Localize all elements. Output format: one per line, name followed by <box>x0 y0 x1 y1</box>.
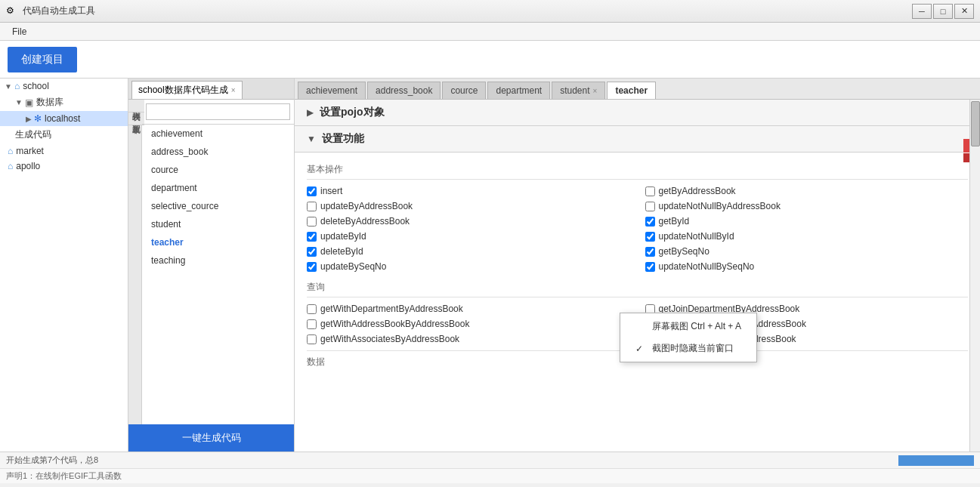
cb-getBySeqNo: getBySeqNo <box>645 246 969 257</box>
table-item-achievement[interactable]: achievement <box>142 125 294 143</box>
pojo-title: 设置pojo对象 <box>320 106 385 119</box>
maximize-button[interactable]: □ <box>933 4 953 19</box>
scrollbar-thumb[interactable] <box>971 101 980 146</box>
context-menu-screenshot-label: 屏幕截图 Ctrl + Alt + A <box>652 320 741 333</box>
cb-insert-label: insert <box>320 186 342 196</box>
cb-updateNotNullBySeqNo-input[interactable] <box>645 262 655 272</box>
table-list-area: achievement address_book cource departme… <box>142 100 294 424</box>
tab-teacher-label: teacher <box>615 85 648 96</box>
check-mark: ✓ <box>635 344 646 354</box>
tab-address_book[interactable]: address_book <box>367 82 441 99</box>
function-arrow: ▼ <box>307 134 316 144</box>
tab-department[interactable]: department <box>487 82 550 99</box>
cb-deleteByAddressBook-input[interactable] <box>307 217 317 227</box>
cb-getWithDept-input[interactable] <box>307 304 317 314</box>
cb-getById-input[interactable] <box>645 217 655 227</box>
cb-deleteById-input[interactable] <box>307 247 317 257</box>
basic-ops-grid: insert getByAddressBook updateByAddressB… <box>307 186 968 272</box>
cb-getWithAssoc-label: getWithAssociatesByAddressBook <box>320 334 459 344</box>
cb-insert-input[interactable] <box>307 186 317 196</box>
menu-bar: File <box>0 23 980 41</box>
create-project-button[interactable]: 创建项目 <box>8 47 77 72</box>
cb-updateByAddressBook-label: updateByAddressBook <box>320 201 413 211</box>
cb-getWithDept-label: getWithDepartmentByAddressBook <box>320 304 463 314</box>
table-area: 模块列表 表单配置 achievement address_book courc… <box>128 100 294 424</box>
cb-getWithDepartmentByAddressBook: getWithDepartmentByAddressBook <box>307 304 630 314</box>
table-item-cource[interactable]: cource <box>142 161 294 179</box>
context-menu-hide-label: 截图时隐藏当前窗口 <box>652 342 734 355</box>
table-item-address_book[interactable]: address_book <box>142 143 294 161</box>
tab-student[interactable]: student × <box>552 82 605 99</box>
function-section-header[interactable]: ▼ 设置功能 <box>295 126 980 153</box>
expand-arrow: ▼ <box>5 82 12 91</box>
cb-getBySeqNo-input[interactable] <box>645 247 655 257</box>
context-menu-hide-window[interactable]: ✓ 截图时隐藏当前窗口 <box>620 338 756 359</box>
pojo-section-header[interactable]: ▶ 设置pojo对象 <box>295 100 980 126</box>
title-bar: ⚙ 代码自动生成工具 ─ □ ✕ <box>0 0 980 23</box>
cb-getWithAssoc-input[interactable] <box>307 334 317 344</box>
cb-getByAddressBook-label: getByAddressBook <box>659 186 736 196</box>
sidebar-item-school[interactable]: ▼ ⌂ school <box>0 79 128 94</box>
cb-getByAddressBook: getByAddressBook <box>645 186 969 196</box>
main-tab[interactable]: school数据库代码生成 × <box>131 81 243 99</box>
cb-updateNotNullById-input[interactable] <box>645 232 655 242</box>
right-indicators <box>963 139 969 162</box>
cb-getWithAddressBookByAddressBook: getWithAddressBookByAddressBook <box>307 319 630 329</box>
right-scrollbar[interactable] <box>969 100 980 452</box>
sidebar-item-market[interactable]: ⌂ market <box>0 143 128 159</box>
cb-updateByAddressBook: updateByAddressBook <box>307 201 630 211</box>
cb-updateById-input[interactable] <box>307 232 317 242</box>
main-tab-label: school数据库代码生成 <box>138 84 228 97</box>
cb-updateNotNullById: updateNotNullById <box>645 231 969 242</box>
bottom-bar: 声明1：在线制作EGIF工具函数 <box>0 468 980 483</box>
tab-teacher[interactable]: teacher <box>607 82 656 99</box>
cb-updateByAddressBook-input[interactable] <box>307 202 317 211</box>
search-input[interactable] <box>146 103 290 120</box>
center-panel: school数据库代码生成 × 模块列表 表单配置 achievement ad… <box>128 79 295 452</box>
table-item-selective_cource[interactable]: selective_cource <box>142 197 294 215</box>
expand-arrow-db: ▼ <box>15 98 23 106</box>
minimize-button[interactable]: ─ <box>912 4 932 19</box>
tab-student-close[interactable]: × <box>593 87 598 95</box>
table-item-teaching[interactable]: teaching <box>142 251 294 270</box>
close-button[interactable]: ✕ <box>954 4 974 19</box>
table-item-department[interactable]: department <box>142 179 294 197</box>
main-tab-close[interactable]: × <box>231 86 236 94</box>
context-menu-screenshot[interactable]: 屏幕截图 Ctrl + Alt + A <box>620 316 756 338</box>
cb-getById: getById <box>645 216 969 227</box>
cb-updateNotNullByAddressBook-label: updateNotNullByAddressBook <box>659 201 781 211</box>
database-icon: ▣ <box>25 97 33 108</box>
function-title: 设置功能 <box>322 132 364 146</box>
tab-cource-label: cource <box>450 85 478 96</box>
tab-achievement[interactable]: achievement <box>298 82 366 99</box>
status-text: 开始生成第7个代码，总8 <box>6 455 98 466</box>
tab-cource[interactable]: cource <box>442 82 486 99</box>
cb-deleteByAddressBook: deleteByAddressBook <box>307 216 630 227</box>
table-item-teacher[interactable]: teacher <box>142 233 294 251</box>
pojo-arrow: ▶ <box>307 107 314 118</box>
house-icon-market: ⌂ <box>8 146 13 156</box>
cb-updateById: updateById <box>307 231 630 242</box>
house-icon-apollo: ⌂ <box>8 161 13 171</box>
cb-updateNotNullByAddressBook-input[interactable] <box>645 202 655 211</box>
cb-getWithAddr-input[interactable] <box>307 319 317 329</box>
sidebar-item-database[interactable]: ▼ ▣ 数据库 <box>0 94 128 111</box>
house-icon: ⌂ <box>14 81 20 91</box>
file-menu[interactable]: File <box>5 25 34 39</box>
sidebar-item-generate[interactable]: 生成代码 <box>0 126 128 143</box>
cb-updateBySeqNo-input[interactable] <box>307 262 317 272</box>
sidebar-item-localhost[interactable]: ▶ ✻ localhost <box>0 111 128 126</box>
generate-code-button[interactable]: 一键生成代码 <box>128 424 294 452</box>
cb-updateNotNullById-label: updateNotNullById <box>659 231 734 242</box>
bluetooth-icon: ✻ <box>34 113 42 124</box>
search-area <box>142 100 294 125</box>
app-icon: ⚙ <box>6 5 18 17</box>
table-item-student[interactable]: student <box>142 215 294 233</box>
sidebar-label-market: market <box>16 146 44 156</box>
cb-updateNotNullBySeqNo: updateNotNullBySeqNo <box>645 261 969 272</box>
cb-getByAddressBook-input[interactable] <box>645 186 655 196</box>
tab-achievement-label: achievement <box>306 85 357 96</box>
sidebar-item-apollo[interactable]: ⌂ apollo <box>0 159 128 174</box>
sidebar-label-generate: 生成代码 <box>15 128 51 141</box>
cb-updateBySeqNo: updateBySeqNo <box>307 261 630 272</box>
